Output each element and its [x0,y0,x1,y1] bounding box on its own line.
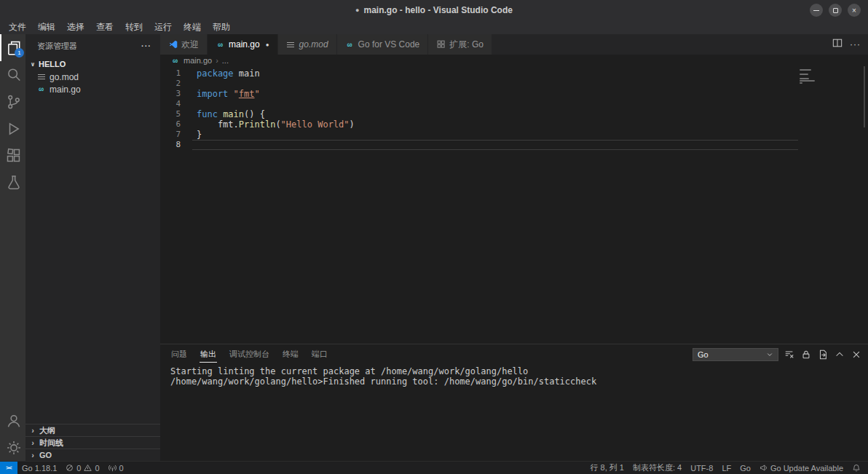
menu-item[interactable]: 帮助 [207,21,236,33]
code-line[interactable]: 2 [160,79,868,89]
editor-tab[interactable]: go.mod [278,34,337,55]
encoding-label: UTF-8 [690,464,713,473]
code-line[interactable]: 3import "fmt" [160,89,868,99]
search-icon[interactable] [0,61,25,88]
editor-tab[interactable]: 扩展: Go [428,34,492,55]
indentation-status[interactable]: 制表符长度: 4 [628,462,686,474]
breadcrumb[interactable]: GO main.go › ... [160,55,868,66]
encoding-status[interactable]: UTF-8 [686,462,717,474]
close-icon: × [852,7,856,15]
line-number: 5 [160,109,192,119]
error-icon [66,464,74,472]
eol-label: LF [722,464,731,473]
menu-item[interactable]: 文件 [3,21,32,33]
panel-tab[interactable]: 问题 [170,347,188,362]
sidebar-section[interactable]: ›大纲 [25,424,160,436]
language-mode-status[interactable]: Go [735,462,755,474]
sidebar-section[interactable]: ›时间线 [25,436,160,449]
chevron-right-icon: › [29,426,36,435]
source-control-icon[interactable] [0,88,25,115]
menu-item[interactable]: 选择 [61,21,90,33]
breadcrumb-more[interactable]: ... [222,56,229,65]
account-icon[interactable] [0,407,25,434]
output-channel-select[interactable]: Go [693,348,778,361]
editor-tab[interactable]: GOGo for VS Code [337,34,429,55]
problems-status[interactable]: 0 0 [61,462,103,474]
code-line[interactable]: 7} [160,130,868,140]
clear-output-icon[interactable] [783,348,795,360]
explorer-badge: 1 [15,48,24,58]
notifications-status[interactable] [848,462,865,474]
output-console[interactable]: Starting linting the current package at … [160,363,868,461]
breadcrumb-separator: › [216,56,218,65]
line-number: 1 [160,68,192,79]
sidebar-section[interactable]: ›GO [25,449,160,461]
warning-icon [84,464,92,472]
file-item[interactable]: go.mod [25,71,160,83]
code-text: package main [192,68,798,79]
code-line[interactable]: 6 fmt.Println("Hello World") [160,119,868,130]
line-number: 8 [160,140,192,150]
tab-label: 扩展: Go [449,39,484,51]
lock-autoscroll-icon[interactable] [800,348,812,360]
code-line[interactable]: 1package main [160,68,868,79]
go-file-icon: GO [216,40,225,50]
explorer-icon[interactable]: 1 [0,34,25,61]
menu-item[interactable]: 运行 [149,21,178,33]
editor-scrollbar[interactable] [864,66,865,127]
modified-dot[interactable]: ● [266,42,269,48]
vscode-logo-icon [168,40,178,50]
maximize-panel-icon[interactable] [833,348,845,360]
more-actions-icon[interactable]: ··· [850,39,861,50]
panel-tab-list: 问题输出调试控制台终端端口 [170,347,340,363]
close-panel-icon[interactable] [850,348,862,360]
file-item[interactable]: GOmain.go [25,83,160,95]
indentation-label: 制表符长度: 4 [633,462,682,473]
code-line[interactable]: 5func main() { [160,109,868,119]
ports-status[interactable]: 0 [104,462,128,474]
minimap[interactable] [800,69,821,84]
chevron-down-icon: ∨ [28,61,37,68]
code-line[interactable]: 8 [160,140,868,150]
breadcrumb-file[interactable]: main.go [184,56,212,65]
split-editor-icon[interactable] [832,38,843,51]
open-in-editor-icon[interactable] [816,348,829,360]
editor[interactable]: 1package main23import "fmt"45func main()… [160,66,868,344]
settings-gear-icon[interactable] [0,434,25,461]
folder-header-hello[interactable]: ∨ HELLO [25,58,160,71]
file-name: go.mod [50,72,79,82]
extensions-icon[interactable] [0,142,25,169]
sidebar-more-actions[interactable]: ··· [141,42,151,50]
testing-icon[interactable] [0,169,25,196]
minimize-button[interactable] [810,4,823,17]
maximize-button[interactable] [829,4,842,17]
remote-indicator[interactable]: >< [0,462,17,474]
panel-tab[interactable]: 端口 [311,347,328,362]
cursor-position-label: 行 8, 列 1 [591,462,624,473]
menu-item[interactable]: 查看 [90,21,119,33]
cursor-position-status[interactable]: 行 8, 列 1 [586,462,628,474]
run-debug-icon[interactable] [0,115,25,142]
code-text [192,79,798,89]
panel-tab[interactable]: 终端 [282,347,299,362]
close-button[interactable]: × [848,4,861,17]
menu-item[interactable]: 终端 [178,21,207,33]
menu-item[interactable]: 转到 [119,21,149,33]
editor-tab[interactable]: 欢迎 [160,34,208,55]
panel-toolbar: Go [693,348,862,361]
go-version-status[interactable]: Go 1.18.1 [17,462,61,474]
code-area: 1package main23import "fmt"45func main()… [160,68,868,150]
code-line[interactable]: 4 [160,99,868,109]
menu-item[interactable]: 编辑 [32,21,61,33]
panel-tab[interactable]: 输出 [200,347,217,363]
line-number: 2 [160,79,192,89]
go-update-status[interactable]: Go Update Available [755,462,848,474]
eol-status[interactable]: LF [717,462,735,474]
editor-tab[interactable]: GOmain.go● [208,34,278,55]
folder-name: HELLO [39,60,66,68]
file-name: main.go [50,84,81,95]
line-number: 7 [160,130,192,140]
minimap-line [800,80,815,82]
maximize-icon [833,8,838,13]
panel-tab[interactable]: 调试控制台 [229,347,270,362]
